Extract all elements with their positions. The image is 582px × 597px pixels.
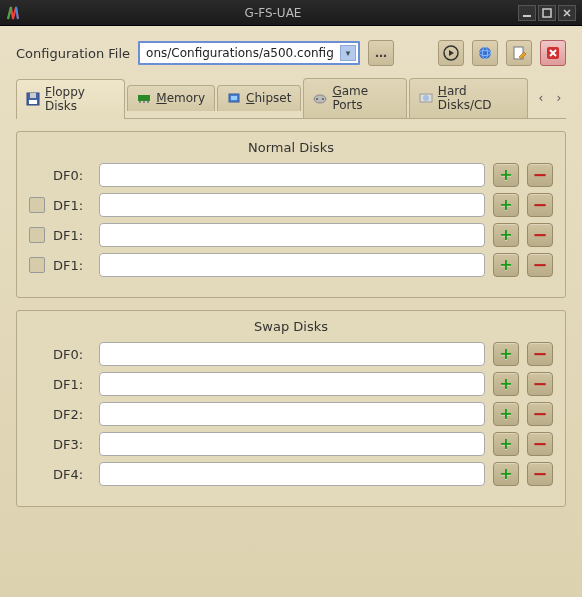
add-disk-button[interactable]: +	[493, 462, 519, 486]
add-disk-button[interactable]: +	[493, 342, 519, 366]
minus-icon: −	[532, 375, 547, 393]
svg-rect-13	[143, 101, 145, 103]
add-disk-button[interactable]: +	[493, 372, 519, 396]
add-disk-button[interactable]: +	[493, 402, 519, 426]
enable-drive-checkbox[interactable]	[29, 227, 45, 243]
config-file-combo[interactable]: ons/Configurations/a500.config ▾	[138, 41, 360, 65]
play-icon	[443, 45, 459, 61]
disk-path-input[interactable]	[99, 253, 485, 277]
plus-icon: +	[499, 466, 512, 482]
edit-button[interactable]	[506, 40, 532, 66]
svg-rect-12	[139, 101, 141, 103]
tab-label: Game Ports	[332, 84, 396, 112]
chevron-down-icon[interactable]: ▾	[340, 45, 356, 61]
add-disk-button[interactable]: +	[493, 432, 519, 456]
tabs-scroll-right[interactable]: ›	[552, 88, 566, 108]
tab-label: Hard Disks/CD	[438, 84, 518, 112]
plus-icon: +	[499, 406, 512, 422]
disk-path-input[interactable]	[99, 462, 485, 486]
tab-bar: Floppy Disks Memory Chipset Game Ports H…	[16, 78, 566, 119]
minus-icon: −	[532, 196, 547, 214]
remove-disk-button[interactable]: −	[527, 402, 553, 426]
remove-disk-button[interactable]: −	[527, 253, 553, 277]
minimize-button[interactable]	[518, 5, 536, 21]
tab-memory[interactable]: Memory	[127, 85, 215, 111]
add-disk-button[interactable]: +	[493, 223, 519, 247]
svg-rect-10	[29, 100, 37, 104]
disk-path-input[interactable]	[99, 223, 485, 247]
enable-drive-checkbox[interactable]	[29, 197, 45, 213]
disk-row: DF1:+−	[29, 223, 553, 247]
minus-icon: −	[532, 166, 547, 184]
disk-path-input[interactable]	[99, 402, 485, 426]
remove-disk-button[interactable]: −	[527, 163, 553, 187]
tab-chipset[interactable]: Chipset	[217, 85, 301, 111]
drive-label: DF2:	[53, 407, 91, 422]
minus-icon: −	[532, 256, 547, 274]
add-disk-button[interactable]: +	[493, 253, 519, 277]
disk-path-input[interactable]	[99, 432, 485, 456]
remove-disk-button[interactable]: −	[527, 342, 553, 366]
svg-rect-14	[147, 101, 149, 103]
normal-disks-panel: Normal Disks DF0:+−DF1:+−DF1:+−DF1:+−	[16, 131, 566, 298]
disk-row: DF1:+−	[29, 193, 553, 217]
panel-title: Normal Disks	[29, 140, 553, 155]
tab-label: Memory	[156, 91, 205, 105]
remove-disk-button[interactable]: −	[527, 193, 553, 217]
disk-row: DF0:+−	[29, 163, 553, 187]
panel-title: Swap Disks	[29, 319, 553, 334]
chipset-icon	[227, 91, 241, 105]
remove-disk-button[interactable]: −	[527, 462, 553, 486]
drive-label: DF0:	[53, 168, 91, 183]
titlebar: G-FS-UAE	[0, 0, 582, 26]
tabs-scroll-left[interactable]: ‹	[534, 88, 548, 108]
play-button[interactable]	[438, 40, 464, 66]
disk-path-input[interactable]	[99, 193, 485, 217]
disk-row: DF4:+−	[29, 462, 553, 486]
minus-icon: −	[532, 465, 547, 483]
ellipsis-icon: …	[375, 46, 387, 60]
globe-icon	[477, 45, 493, 61]
close-button[interactable]	[558, 5, 576, 21]
plus-icon: +	[499, 167, 512, 183]
floppy-icon	[26, 92, 40, 106]
disk-path-input[interactable]	[99, 372, 485, 396]
drive-label: DF1:	[53, 377, 91, 392]
maximize-button[interactable]	[538, 5, 556, 21]
drive-label: DF1:	[53, 228, 91, 243]
enable-drive-checkbox[interactable]	[29, 257, 45, 273]
window-title: G-FS-UAE	[30, 6, 516, 20]
disk-row: DF1:+−	[29, 253, 553, 277]
web-button[interactable]	[472, 40, 498, 66]
add-disk-button[interactable]: +	[493, 193, 519, 217]
disk-row: DF1:+−	[29, 372, 553, 396]
svg-point-3	[479, 47, 491, 59]
plus-icon: +	[499, 227, 512, 243]
remove-disk-button[interactable]: −	[527, 372, 553, 396]
drive-label: DF1:	[53, 258, 91, 273]
minus-icon: −	[532, 435, 547, 453]
minus-icon: −	[532, 405, 547, 423]
delete-button[interactable]	[540, 40, 566, 66]
disk-path-input[interactable]	[99, 163, 485, 187]
svg-rect-16	[231, 96, 237, 100]
disk-row: DF0:+−	[29, 342, 553, 366]
remove-disk-button[interactable]: −	[527, 432, 553, 456]
tab-game-ports[interactable]: Game Ports	[303, 78, 406, 118]
tab-hard-disks[interactable]: Hard Disks/CD	[409, 78, 528, 118]
config-file-label: Configuration File	[16, 46, 130, 61]
svg-rect-9	[30, 93, 36, 98]
svg-point-17	[314, 95, 326, 103]
disk-path-input[interactable]	[99, 342, 485, 366]
drive-label: DF0:	[53, 347, 91, 362]
svg-rect-1	[543, 9, 551, 17]
minus-icon: −	[532, 226, 547, 244]
browse-button[interactable]: …	[368, 40, 394, 66]
remove-disk-button[interactable]: −	[527, 223, 553, 247]
add-disk-button[interactable]: +	[493, 163, 519, 187]
tab-floppy-disks[interactable]: Floppy Disks	[16, 79, 125, 119]
drive-label: DF4:	[53, 467, 91, 482]
svg-rect-0	[523, 15, 531, 17]
memory-icon	[137, 91, 151, 105]
gamepad-icon	[313, 91, 327, 105]
